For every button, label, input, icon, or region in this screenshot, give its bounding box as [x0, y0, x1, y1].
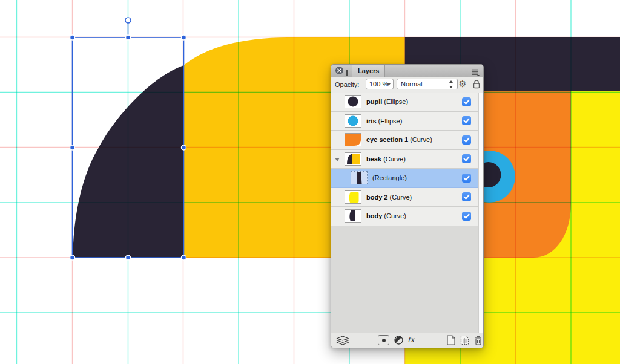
selection-handle[interactable]: [182, 35, 186, 40]
layers-panel: Layers Opacity: 100 % Normal ⚙: [331, 64, 484, 348]
panel-header: Layers: [331, 65, 483, 77]
close-icon[interactable]: [335, 67, 343, 74]
layer-label: body 2 (Curve): [366, 193, 412, 201]
panel-footer: fx: [331, 333, 483, 348]
layer-label: (Rectangle): [372, 174, 407, 181]
tab-layers[interactable]: Layers: [352, 65, 385, 77]
opacity-dropdown[interactable]: 100 %: [366, 79, 394, 89]
layer-visibility-checkbox[interactable]: [462, 97, 471, 106]
selection-handle[interactable]: [70, 35, 75, 40]
layer-row-iris[interactable]: iris (Ellipse): [331, 112, 478, 131]
layer-row-rectangle[interactable]: (Rectangle): [331, 169, 478, 188]
selection-handle[interactable]: [126, 255, 131, 260]
iris-thumb[interactable]: [345, 114, 361, 128]
layer-name: eye section 1: [366, 136, 408, 143]
layer-list: pupil (Ellipse)iris (Ellipse)eye section…: [331, 93, 478, 333]
layer-name: body: [366, 212, 382, 219]
blend-mode-dropdown[interactable]: Normal: [397, 79, 458, 89]
mask-icon[interactable]: [378, 335, 389, 345]
body-thumb[interactable]: [345, 209, 361, 223]
selection-handle[interactable]: [70, 255, 75, 260]
layer-name: beak: [366, 155, 381, 163]
layer-name: pupil: [366, 98, 382, 105]
pupil-thumb[interactable]: [345, 95, 361, 108]
gear-icon[interactable]: ⚙: [457, 78, 468, 90]
layer-visibility-checkbox[interactable]: [462, 174, 471, 183]
layers-stack-icon[interactable]: [336, 336, 349, 348]
layer-visibility-checkbox[interactable]: [462, 212, 471, 221]
layer-name: iris: [366, 117, 377, 125]
layer-label: iris (Ellipse): [366, 117, 402, 125]
eye-section-thumb[interactable]: [345, 133, 361, 146]
blend-mode-value: Normal: [401, 80, 422, 88]
duplicate-layer-icon[interactable]: [460, 335, 469, 348]
layer-visibility-checkbox[interactable]: [462, 116, 471, 125]
adjustment-icon[interactable]: [394, 335, 404, 348]
layer-row-pupil[interactable]: pupil (Ellipse): [331, 93, 478, 112]
opacity-value: 100 %: [369, 80, 388, 88]
rectangle-thumb[interactable]: [351, 171, 368, 184]
layer-row-body-2[interactable]: body 2 (Curve): [331, 188, 478, 207]
selection-handle[interactable]: [182, 255, 186, 260]
trash-icon[interactable]: [474, 335, 483, 348]
layer-type: (Ellipse): [382, 98, 408, 105]
layer-name: body 2: [366, 193, 388, 201]
panel-menu-icon[interactable]: [471, 68, 480, 74]
selection-handle[interactable]: [126, 35, 131, 40]
rotation-handle[interactable]: [125, 18, 131, 23]
layer-type: (Ellipse): [377, 117, 403, 125]
layer-row-eye-section-1[interactable]: eye section 1 (Curve): [331, 131, 478, 150]
fx-icon[interactable]: fx: [407, 336, 414, 344]
beak-thumb[interactable]: [345, 152, 361, 166]
body2-thumb[interactable]: [345, 190, 361, 204]
scrollbar[interactable]: [478, 93, 483, 333]
layer-row-body[interactable]: body (Curve): [331, 207, 478, 226]
design-canvas[interactable]: Layers Opacity: 100 % Normal ⚙: [0, 0, 620, 364]
pause-icon[interactable]: [346, 68, 351, 74]
layer-type: (Curve): [381, 155, 406, 163]
layer-type: (Rectangle): [372, 174, 407, 181]
selection-handle[interactable]: [182, 145, 186, 150]
layer-label: body (Curve): [366, 212, 406, 219]
layer-visibility-checkbox[interactable]: [462, 135, 471, 145]
stepper-icon: [449, 80, 454, 88]
layer-label: beak (Curve): [366, 155, 406, 163]
disclosure-triangle-icon[interactable]: [335, 158, 340, 161]
chevron-down-icon: [387, 83, 391, 86]
panel-toolbar: Opacity: 100 % Normal ⚙: [331, 77, 483, 93]
lock-icon[interactable]: [472, 79, 481, 89]
layer-type: (Curve): [408, 136, 432, 143]
layer-label: eye section 1 (Curve): [366, 136, 432, 143]
opacity-label: Opacity:: [335, 81, 359, 88]
layer-label: pupil (Ellipse): [366, 98, 408, 105]
layer-row-beak[interactable]: beak (Curve): [331, 150, 478, 169]
layer-visibility-checkbox[interactable]: [462, 154, 471, 163]
layer-type: (Curve): [388, 193, 412, 201]
selection-handle[interactable]: [70, 145, 75, 150]
layer-visibility-checkbox[interactable]: [462, 192, 471, 201]
new-layer-icon[interactable]: [447, 335, 455, 348]
layer-type: (Curve): [382, 212, 406, 219]
